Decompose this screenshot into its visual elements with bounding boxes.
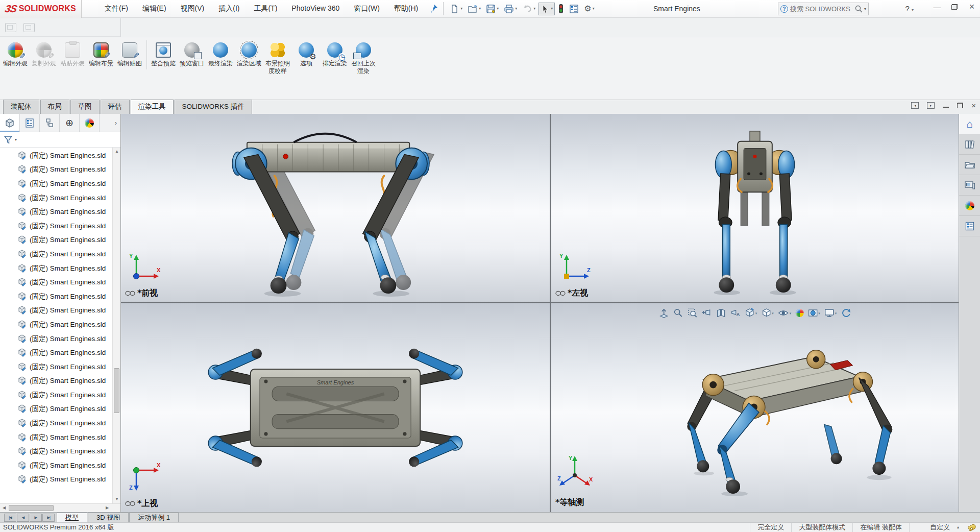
tree-item[interactable]: (固定) Smart Engines.sld <box>0 261 112 276</box>
child-restore-button[interactable] <box>957 103 963 108</box>
menu-item[interactable]: 窗口(W) <box>348 2 385 16</box>
taskpane-appearances-button[interactable] <box>959 196 980 216</box>
restore-button[interactable] <box>949 3 960 11</box>
viewport-front[interactable]: Y X *前视 <box>121 114 550 302</box>
cmd-button-edit-scene[interactable]: 编辑布景 <box>87 40 115 69</box>
taskpane-custom-properties-button[interactable] <box>959 216 980 236</box>
menu-item[interactable]: 编辑(E) <box>137 2 172 16</box>
interference-check-button[interactable] <box>556 2 566 15</box>
search-input[interactable] <box>788 5 854 13</box>
menu-item[interactable]: 视图(V) <box>175 2 210 16</box>
tree-item[interactable]: (固定) Smart Engines.sld <box>0 205 112 219</box>
tree-item[interactable]: (固定) Smart Engines.sld <box>0 444 112 458</box>
cmd-button-copy-appearance[interactable]: 复制外观 <box>30 40 58 69</box>
ribbon-tab[interactable]: 装配体 <box>3 100 39 114</box>
dropdown-caret[interactable]: ▾ <box>479 7 481 11</box>
filter-funnel-icon[interactable] <box>3 135 13 145</box>
taskpane-home-button[interactable]: ⌂ <box>959 114 980 134</box>
pane-right-button[interactable]: ▸ <box>927 102 935 109</box>
tree-item[interactable]: (固定) Smart Engines.sld <box>0 388 112 402</box>
dropdown-caret[interactable]: ▾ <box>515 7 517 11</box>
cmd-button-integrated-preview[interactable]: 整合预览 <box>149 40 178 69</box>
cmd-button-schedule-render[interactable]: 排定渲染 <box>321 40 349 69</box>
viewport-left[interactable]: Y Z *左视 <box>551 114 959 302</box>
tab-appearances[interactable] <box>80 114 100 132</box>
options-gear-button[interactable]: ⚙ ▾ <box>582 3 596 14</box>
save-button[interactable]: ▾ <box>484 3 501 15</box>
ribbon-tab[interactable]: 渲染工具 <box>131 100 174 114</box>
tree-item[interactable]: (固定) Smart Engines.sld <box>0 473 112 487</box>
close-button[interactable]: × <box>967 2 977 11</box>
status-tag-icon[interactable] <box>968 523 977 531</box>
dropdown-caret[interactable]: ▾ <box>593 7 595 11</box>
panel-flyout-chevron[interactable]: › <box>111 114 120 132</box>
component-list-button[interactable] <box>567 3 581 15</box>
cmd-button-recall-last-render[interactable]: 召回上次渲染 <box>349 40 378 77</box>
filter-caret[interactable]: ▾ <box>15 138 17 142</box>
ribbon-tab[interactable]: 草图 <box>70 100 100 114</box>
tab-dimxpert[interactable]: ⊕ <box>60 114 80 132</box>
tree-item[interactable]: (固定) Smart Engines.sld <box>0 332 112 346</box>
tree-item[interactable]: (固定) Smart Engines.sld <box>0 374 112 389</box>
tree-item[interactable]: (固定) Smart Engines.sld <box>0 402 112 417</box>
prev-tab-button[interactable]: ◀ <box>17 514 29 522</box>
tree-item[interactable]: (固定) Smart Engines.sld <box>0 149 112 163</box>
menu-item[interactable]: 插入(I) <box>213 2 245 16</box>
ribbon-tab[interactable]: 布局 <box>40 100 69 114</box>
last-tab-button[interactable]: ▶| <box>42 514 55 522</box>
next-tab-button[interactable]: ▶ <box>30 514 42 522</box>
menu-item[interactable]: 工具(T) <box>248 2 283 16</box>
tree-item[interactable]: (固定) Smart Engines.sld <box>0 163 112 177</box>
scroll-right-arrow[interactable]: ▶ <box>103 504 111 512</box>
tree-item[interactable]: (固定) Smart Engines.sld <box>0 177 112 191</box>
viewport-isometric[interactable]: A ▾ ▾ ▾ <box>551 303 959 512</box>
tab-property-manager[interactable] <box>20 114 40 132</box>
child-minimize-button[interactable] <box>943 104 949 108</box>
tree-item[interactable]: (固定) Smart Engines.sld <box>0 346 112 360</box>
minimize-button[interactable]: — <box>932 3 942 11</box>
child-close-button[interactable]: × <box>971 102 976 109</box>
scrollbar-thumb[interactable] <box>114 368 119 413</box>
pane-left-button[interactable]: ◂ <box>911 102 919 109</box>
tree-item[interactable]: (固定) Smart Engines.sld <box>0 247 112 261</box>
menu-item[interactable]: 帮助(H) <box>388 2 424 16</box>
dropdown-caret[interactable]: ▾ <box>460 7 462 11</box>
scroll-left-arrow[interactable]: ◀ <box>0 504 8 512</box>
status-custom-dropdown[interactable]: 自定义 ▴ <box>909 523 964 532</box>
cmd-button-edit-decal[interactable]: 编辑贴图 <box>115 40 147 69</box>
tab-feature-tree[interactable] <box>0 114 20 132</box>
tab-configuration-manager[interactable] <box>40 114 60 132</box>
first-tab-button[interactable]: |◀ <box>4 514 16 522</box>
open-document-button[interactable]: ▾ <box>465 3 483 15</box>
status-assembly-mode[interactable]: 大型装配体模式 <box>791 523 852 532</box>
scroll-down-arrow[interactable]: ▼ <box>113 495 120 503</box>
tree-item[interactable]: (固定) Smart Engines.sld <box>0 304 112 318</box>
undo-button[interactable]: ▾ <box>520 3 537 15</box>
dropdown-caret[interactable]: ▾ <box>497 7 499 11</box>
document-tab[interactable]: 3D 视图 <box>88 513 129 522</box>
scrollbar-thumb[interactable] <box>9 505 54 511</box>
tree-item[interactable]: (固定) Smart Engines.sld <box>0 191 112 205</box>
scroll-up-arrow[interactable]: ▲ <box>113 148 120 156</box>
tree-item[interactable]: (固定) Smart Engines.sld <box>0 360 112 374</box>
cmd-button-final-render[interactable]: 最终渲染 <box>206 40 235 69</box>
taskpane-file-explorer-button[interactable] <box>959 155 980 175</box>
cmd-button-options[interactable]: 选项 <box>292 40 321 69</box>
help-button[interactable]: ? ▾ <box>905 4 914 13</box>
tree-item[interactable]: (固定) Smart Engines.sld <box>0 416 112 430</box>
cmd-button-render-region[interactable]: 渲染区域 <box>235 40 263 69</box>
search-icon[interactable] <box>854 5 863 13</box>
print-button[interactable]: ▾ <box>502 3 519 15</box>
pin-icon[interactable] <box>429 4 439 14</box>
tree-horizontal-scrollbar[interactable]: ◀ ▶ <box>0 503 120 512</box>
cmd-button-scene-illumination-proof[interactable]: 布景照明度校样 <box>263 40 292 77</box>
tree-item[interactable]: (固定) Smart Engines.sld <box>0 430 112 445</box>
taskpane-design-library-button[interactable] <box>959 134 980 155</box>
tree-item[interactable]: (固定) Smart Engines.sld <box>0 458 112 473</box>
dropdown-caret[interactable]: ▾ <box>551 7 553 11</box>
tree-item[interactable]: (固定) Smart Engines.sld <box>0 233 112 248</box>
viewport-top[interactable]: Smart Engines X Z *上视 <box>121 303 550 512</box>
taskpane-view-palette-button[interactable] <box>959 175 980 196</box>
new-document-button[interactable]: ▾ <box>448 3 464 15</box>
tree-vertical-scrollbar[interactable]: ▲ ▼ <box>112 148 120 503</box>
